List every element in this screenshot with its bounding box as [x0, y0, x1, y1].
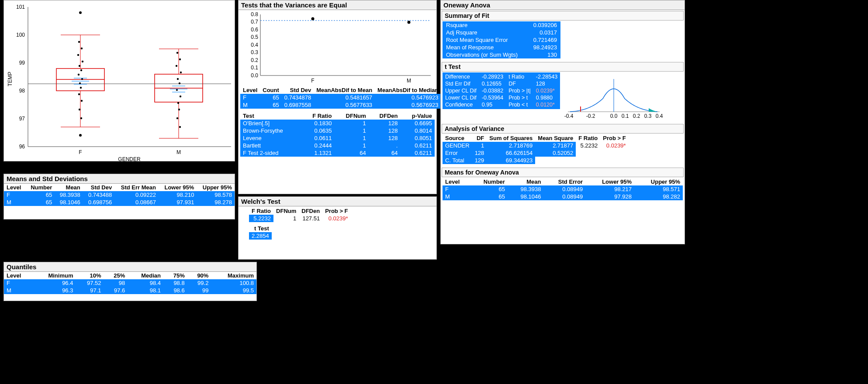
- svg-text:0.3: 0.3: [644, 113, 652, 119]
- table-row[interactable]: Brown-Forsythe0.063511280.8014: [240, 127, 435, 134]
- welch-panel: Welch's Test F RatioDFNumDFDenProb > F 5…: [238, 196, 437, 260]
- table-row[interactable]: C. Total12969.344923: [443, 157, 629, 164]
- svg-text:M: M: [176, 149, 181, 155]
- svg-text:0.4: 0.4: [251, 42, 258, 48]
- svg-text:0.1: 0.1: [622, 113, 629, 119]
- table-row[interactable]: F96.497.529898.498.899.2100.8: [4, 279, 256, 287]
- table-row[interactable]: 5.22321127.510.0239*: [249, 215, 351, 222]
- svg-point-25: [78, 74, 80, 75]
- quantiles-panel: Quantiles LevelMinimum10%25%Median75%90%…: [3, 262, 257, 301]
- variance-tests-title: Tests that the Variances are Equal: [239, 0, 436, 10]
- svg-text:0.3: 0.3: [251, 49, 258, 55]
- table-row[interactable]: Levene0.061111280.8051: [240, 134, 435, 142]
- boxplot-svg: 96 97 98 99 100 101 TEMP F M GENDER: [4, 0, 235, 162]
- table-row[interactable]: F6598.39380.7434880.0922298.21098.578: [4, 191, 235, 199]
- svg-point-22: [82, 61, 83, 62]
- table-row[interactable]: 2.2854: [249, 232, 272, 240]
- svg-point-42: [176, 52, 178, 54]
- table-row[interactable]: F6598.39380.0894998.21798.571: [443, 185, 683, 193]
- boxplot-panel: 96 97 98 99 100 101 TEMP F M GENDER: [3, 0, 235, 161]
- svg-point-43: [179, 58, 181, 60]
- table-row[interactable]: Bartlett0.24441.0.6211: [240, 142, 435, 149]
- svg-point-23: [79, 65, 80, 67]
- box-F: [56, 11, 104, 137]
- table-row[interactable]: M96.397.197.698.198.69999.5: [4, 287, 256, 294]
- table-row[interactable]: F Test 2-sided1.132164640.6211: [240, 149, 435, 157]
- svg-point-70: [408, 21, 411, 24]
- aov-title: Analysis of Variance: [442, 124, 684, 134]
- svg-point-52: [176, 117, 178, 119]
- svg-point-31: [79, 109, 80, 110]
- svg-point-47: [179, 82, 180, 84]
- means-sd-panel: Means and Std Deviations Level Number Me…: [3, 174, 235, 219]
- svg-text:M: M: [407, 78, 411, 84]
- svg-point-21: [77, 54, 79, 56]
- svg-point-28: [80, 87, 82, 89]
- svg-text:98: 98: [19, 88, 25, 94]
- means-sd-title: Means and Std Deviations: [4, 174, 235, 184]
- svg-point-45: [180, 72, 182, 73]
- kv-row[interactable]: Rsquare0.039206: [443, 21, 560, 29]
- svg-text:99: 99: [19, 60, 25, 66]
- summary-fit-title: Summary of Fit: [442, 11, 684, 21]
- svg-text:F: F: [79, 149, 82, 155]
- svg-point-30: [81, 100, 83, 102]
- t-density-plot: -0.4 -0.2 0.0 0.1 0.2 0.3 0.4: [564, 72, 664, 120]
- table-row[interactable]: F650.74348780.54816570.5476923: [240, 94, 441, 101]
- table-row[interactable]: M6598.10460.6987560.0866797.93198.278: [4, 199, 235, 206]
- variance-tests-panel: Tests that the Variances are Equal 0.0 0…: [238, 0, 437, 194]
- svg-point-20: [81, 48, 83, 49]
- ttest-title: t Test: [442, 62, 684, 72]
- means-anova-title: Means for Oneway Anova: [442, 168, 684, 177]
- svg-text:0.2: 0.2: [251, 57, 258, 63]
- welch-title: Welch's Test: [239, 197, 436, 206]
- table-row[interactable]: Error12866.6261540.52052: [443, 149, 629, 157]
- svg-point-29: [78, 93, 80, 95]
- svg-text:0.1: 0.1: [251, 65, 258, 71]
- table-row[interactable]: O'Brien[.5]0.183011280.6695: [240, 120, 435, 127]
- svg-point-18: [79, 134, 82, 137]
- svg-point-46: [177, 78, 179, 80]
- svg-point-32: [80, 117, 82, 119]
- svg-point-17: [79, 11, 82, 14]
- box-M: [155, 49, 203, 138]
- kv-row[interactable]: Observations (or Sum Wgts)130: [443, 51, 560, 58]
- kv-row[interactable]: Adj Rsquare0.0317: [443, 29, 560, 36]
- svg-point-51: [178, 109, 180, 110]
- svg-point-50: [177, 102, 179, 104]
- svg-text:96: 96: [19, 144, 25, 150]
- anova-title: Oneway Anova: [441, 0, 685, 10]
- svg-text:0.0: 0.0: [610, 113, 618, 119]
- svg-text:0.0: 0.0: [251, 72, 258, 79]
- svg-text:F: F: [311, 78, 314, 84]
- x-axis-label: GENDER: [118, 156, 141, 162]
- quantiles-title: Quantiles: [4, 262, 256, 272]
- svg-text:0.6: 0.6: [251, 27, 258, 33]
- svg-text:0.5: 0.5: [251, 34, 258, 40]
- svg-point-24: [80, 69, 82, 71]
- table-row[interactable]: M650.69875580.56776330.5676923: [240, 101, 441, 109]
- svg-point-49: [180, 96, 181, 97]
- svg-point-69: [311, 17, 315, 21]
- svg-point-53: [179, 126, 181, 128]
- table-row[interactable]: GENDER12.7187692.718775.22320.0239*: [443, 142, 629, 149]
- svg-text:0.2: 0.2: [633, 113, 640, 119]
- svg-text:-0.4: -0.4: [564, 113, 574, 119]
- svg-text:-0.2: -0.2: [586, 113, 595, 119]
- svg-text:97: 97: [19, 116, 25, 122]
- svg-text:0.4: 0.4: [656, 113, 663, 119]
- svg-text:0.8: 0.8: [251, 11, 258, 17]
- oneway-anova-panel: Oneway Anova Summary of Fit Rsquare0.039…: [440, 0, 685, 244]
- variance-dotplot: 0.0 0.1 0.2 0.3 0.4 0.5 0.6 0.7 0.8 F M: [239, 10, 435, 84]
- kv-row[interactable]: Mean of Response98.24923: [443, 44, 560, 51]
- svg-point-44: [176, 65, 177, 67]
- y-axis-label: TEMP: [7, 72, 13, 86]
- table-row[interactable]: M6598.10460.0894997.92898.282: [443, 193, 683, 200]
- svg-point-19: [78, 41, 80, 43]
- kv-row[interactable]: Root Mean Square Error0.721469: [443, 36, 560, 44]
- svg-text:101: 101: [16, 4, 25, 10]
- svg-text:100: 100: [16, 32, 25, 38]
- svg-text:0.7: 0.7: [251, 19, 258, 25]
